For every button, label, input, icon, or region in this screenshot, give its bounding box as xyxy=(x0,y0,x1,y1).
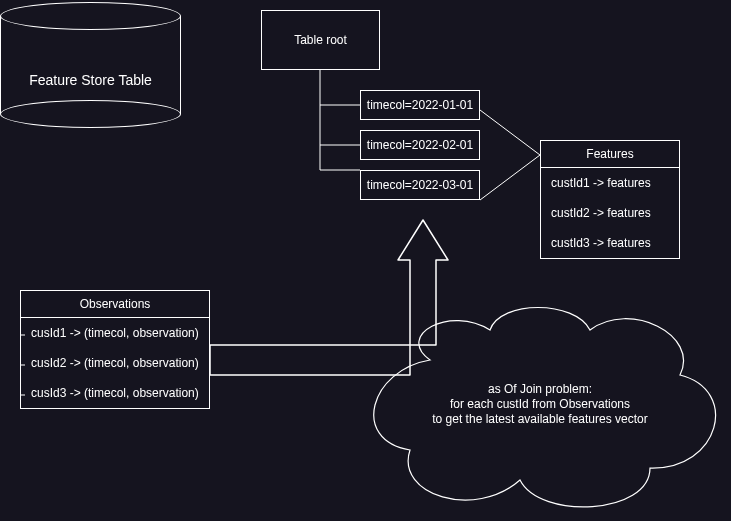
features-row: custId1 -> features xyxy=(541,168,679,198)
feature-store-cylinder: Feature Store Table xyxy=(0,2,181,127)
features-table: Features custId1 -> features custId2 -> … xyxy=(540,140,680,259)
cloud-line: for each custId from Observations xyxy=(380,397,700,412)
features-title: Features xyxy=(541,141,679,168)
partition-label: timecol=2022-03-01 xyxy=(367,178,473,192)
cloud-line: to get the latest available features vec… xyxy=(380,412,700,427)
diagram-canvas: Feature Store Table Table root timecol=2… xyxy=(0,0,731,521)
observations-row: cusId2 -> (timecol, observation) xyxy=(21,348,209,378)
features-row: custId2 -> features xyxy=(541,198,679,228)
observations-table: Observations cusId1 -> (timecol, observa… xyxy=(20,290,210,409)
observations-row: cusId1 -> (timecol, observation) xyxy=(21,318,209,348)
partition-node: timecol=2022-01-01 xyxy=(360,90,480,120)
svg-line-5 xyxy=(480,155,540,200)
partition-node: timecol=2022-03-01 xyxy=(360,170,480,200)
partition-label: timecol=2022-02-01 xyxy=(367,138,473,152)
partition-label: timecol=2022-01-01 xyxy=(367,98,473,112)
feature-store-label: Feature Store Table xyxy=(0,72,181,88)
join-arrow xyxy=(210,220,448,375)
svg-line-4 xyxy=(480,110,540,155)
observations-row: cusId3 -> (timecol, observation) xyxy=(21,378,209,408)
table-root-node: Table root xyxy=(261,10,380,70)
table-root-label: Table root xyxy=(294,33,347,47)
cloud-line: as Of Join problem: xyxy=(380,382,700,397)
features-row: custId3 -> features xyxy=(541,228,679,258)
observations-title: Observations xyxy=(21,291,209,318)
partition-node: timecol=2022-02-01 xyxy=(360,130,480,160)
problem-cloud-text: as Of Join problem: for each custId from… xyxy=(380,382,700,427)
